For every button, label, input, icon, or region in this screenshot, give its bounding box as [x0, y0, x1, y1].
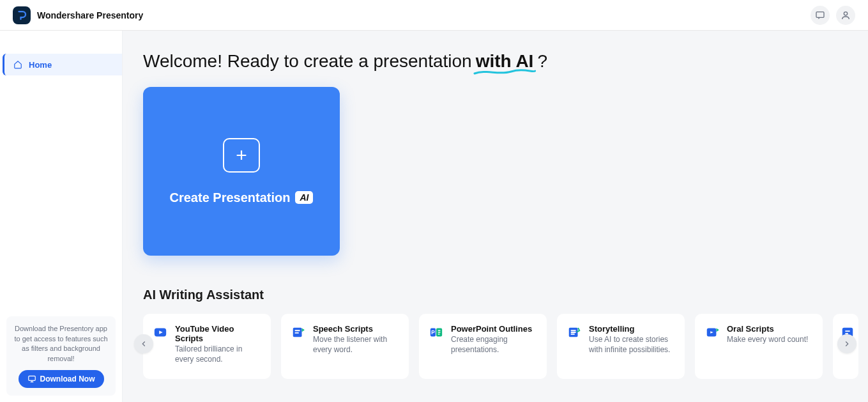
sidebar-item-label: Home: [29, 60, 52, 70]
scroll-right-button[interactable]: [837, 334, 857, 353]
card-youtube-scripts[interactable]: YouTube Video Scripts Tailored brillianc…: [143, 314, 271, 379]
hero-title: Welcome! Ready to create a presentation …: [143, 51, 848, 72]
card-desc: Create engaging presentations.: [451, 335, 538, 355]
feedback-icon: [815, 10, 825, 20]
youtube-icon: [152, 324, 169, 341]
card-title: Oral Scripts: [727, 324, 808, 334]
create-card-label: Create Presentation: [170, 190, 291, 205]
download-button-label: Download Now: [40, 375, 95, 383]
cards-row: YouTube Video Scripts Tailored brillianc…: [143, 314, 848, 379]
home-icon: [13, 60, 22, 69]
svg-rect-0: [816, 12, 824, 17]
header-brand: Wondershare Presentory: [13, 6, 143, 24]
speech-icon: [290, 324, 307, 341]
ai-badge: AI: [295, 191, 313, 204]
card-desc: Use AI to create stories with infinite p…: [589, 335, 676, 355]
card-title: YouTube Video Scripts: [175, 324, 262, 343]
main-content: Welcome! Ready to create a presentation …: [123, 31, 868, 402]
app-header: Wondershare Presentory: [0, 0, 868, 31]
card-title: Storytelling: [589, 324, 676, 334]
underline-scribble-icon: [473, 68, 537, 77]
plus-icon: +: [223, 138, 260, 173]
app-name: Wondershare Presentory: [37, 10, 143, 20]
svg-rect-2: [28, 376, 35, 380]
create-presentation-card[interactable]: + Create Presentation AI: [143, 87, 340, 256]
user-button[interactable]: [836, 6, 855, 25]
storytelling-icon: [566, 324, 582, 341]
card-title: PowerPoint Outlines: [451, 324, 538, 334]
powerpoint-icon: P: [428, 324, 445, 341]
chevron-right-icon: [842, 339, 851, 348]
monitor-icon: [27, 375, 36, 383]
card-powerpoint-outlines[interactable]: P PowerPoint Outlines Create engaging pr…: [419, 314, 547, 379]
promo-text: Download the Presentory app to get acces…: [13, 324, 109, 364]
hero-suffix: ?: [537, 51, 547, 72]
chevron-left-icon: [139, 339, 148, 348]
header-actions: [811, 6, 855, 25]
card-desc: Move the listener with every word.: [313, 335, 400, 355]
create-card-label-row: Create Presentation AI: [170, 190, 314, 205]
sidebar: Home Download the Presentory app to get …: [0, 31, 123, 402]
sidebar-item-home[interactable]: Home: [3, 54, 122, 75]
download-now-button[interactable]: Download Now: [19, 370, 104, 388]
download-promo: Download the Presentory app to get acces…: [6, 316, 116, 396]
card-oral-scripts[interactable]: Oral Scripts Make every word count!: [695, 314, 823, 379]
hero-ai-text: with AI: [476, 51, 534, 72]
section-title: AI Writing Assistant: [143, 288, 848, 302]
svg-text:P: P: [431, 330, 435, 336]
hero-prefix: Welcome! Ready to create a presentation: [143, 51, 472, 72]
user-icon: [841, 10, 851, 20]
card-title: Speech Scripts: [313, 324, 400, 334]
scroll-left-button[interactable]: [134, 334, 153, 353]
app-logo-icon: [13, 6, 31, 24]
svg-point-1: [844, 12, 847, 15]
card-speech-scripts[interactable]: Speech Scripts Move the listener with ev…: [281, 314, 409, 379]
cards-carousel: YouTube Video Scripts Tailored brillianc…: [143, 314, 848, 379]
card-desc: Make every word count!: [727, 335, 808, 345]
card-storytelling[interactable]: Storytelling Use AI to create stories wi…: [557, 314, 685, 379]
feedback-button[interactable]: [811, 6, 830, 25]
card-desc: Tailored brilliance in every second.: [175, 344, 262, 364]
sidebar-footer: Download the Presentory app to get acces…: [0, 310, 122, 402]
oral-icon: [704, 324, 720, 341]
